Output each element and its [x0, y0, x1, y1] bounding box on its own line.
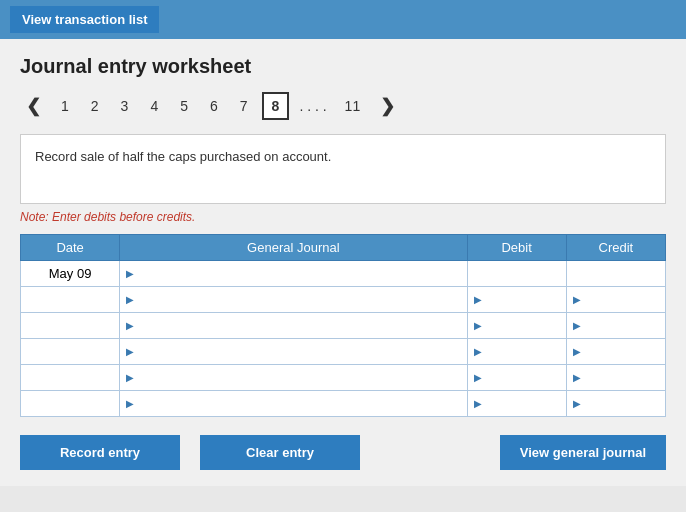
page-11[interactable]: 11: [337, 94, 369, 118]
arrow-icon: ▶: [126, 294, 134, 305]
credit-cell-2[interactable]: ▶: [566, 287, 665, 313]
date-cell-4: [21, 339, 120, 365]
page-1[interactable]: 1: [53, 94, 77, 118]
debit-cell-2[interactable]: ▶: [467, 287, 566, 313]
next-page-button[interactable]: ❯: [374, 93, 401, 119]
arrow-icon: ▶: [474, 294, 482, 305]
journal-input-6[interactable]: [136, 397, 460, 411]
journal-input-2[interactable]: [136, 293, 460, 307]
credit-cell-4[interactable]: ▶: [566, 339, 665, 365]
credit-input-1[interactable]: [573, 267, 659, 281]
journal-cell-4[interactable]: ▶: [120, 339, 467, 365]
col-header-credit: Credit: [566, 235, 665, 261]
table-row: May 09 ▶: [21, 261, 666, 287]
credit-cell-6[interactable]: ▶: [566, 391, 665, 417]
page-4[interactable]: 4: [142, 94, 166, 118]
arrow-icon: ▶: [474, 372, 482, 383]
arrow-icon: ▶: [126, 398, 134, 409]
arrow-icon: ▶: [573, 372, 581, 383]
record-entry-button[interactable]: Record entry: [20, 435, 180, 470]
description-text: Record sale of half the caps purchased o…: [35, 149, 331, 164]
table-row: ▶ ▶ ▶: [21, 339, 666, 365]
table-row: ▶ ▶ ▶: [21, 313, 666, 339]
page-5[interactable]: 5: [172, 94, 196, 118]
top-bar: View transaction list: [0, 0, 686, 39]
arrow-icon: ▶: [126, 320, 134, 331]
credit-cell-3[interactable]: ▶: [566, 313, 665, 339]
main-content: Journal entry worksheet ❮ 1 2 3 4 5 6 7 …: [0, 39, 686, 486]
journal-cell-3[interactable]: ▶: [120, 313, 467, 339]
page-title: Journal entry worksheet: [20, 55, 666, 78]
col-header-journal: General Journal: [120, 235, 467, 261]
arrow-icon: ▶: [474, 320, 482, 331]
journal-table: Date General Journal Debit Credit May 09…: [20, 234, 666, 417]
date-cell-3: [21, 313, 120, 339]
arrow-icon: ▶: [474, 346, 482, 357]
clear-entry-button[interactable]: Clear entry: [200, 435, 360, 470]
journal-input-5[interactable]: [136, 371, 460, 385]
journal-cell-1[interactable]: ▶: [120, 261, 467, 287]
table-row: ▶ ▶ ▶: [21, 287, 666, 313]
page-6[interactable]: 6: [202, 94, 226, 118]
arrow-icon: ▶: [573, 294, 581, 305]
table-row: ▶ ▶ ▶: [21, 365, 666, 391]
journal-cell-2[interactable]: ▶: [120, 287, 467, 313]
page-3[interactable]: 3: [113, 94, 137, 118]
debit-cell-5[interactable]: ▶: [467, 365, 566, 391]
debit-input-1[interactable]: [474, 267, 560, 281]
date-cell-6: [21, 391, 120, 417]
arrow-icon: ▶: [573, 346, 581, 357]
page-8[interactable]: 8: [262, 92, 290, 120]
credit-cell-1[interactable]: [566, 261, 665, 287]
arrow-icon: ▶: [573, 320, 581, 331]
page-7[interactable]: 7: [232, 94, 256, 118]
arrow-icon: ▶: [474, 398, 482, 409]
arrow-icon: ▶: [126, 372, 134, 383]
journal-cell-5[interactable]: ▶: [120, 365, 467, 391]
description-box: Record sale of half the caps purchased o…: [20, 134, 666, 204]
col-header-date: Date: [21, 235, 120, 261]
debit-cell-1[interactable]: [467, 261, 566, 287]
journal-cell-6[interactable]: ▶: [120, 391, 467, 417]
date-cell-5: [21, 365, 120, 391]
view-general-journal-button[interactable]: View general journal: [500, 435, 666, 470]
note-text: Note: Enter debits before credits.: [20, 210, 666, 224]
credit-cell-5[interactable]: ▶: [566, 365, 665, 391]
table-row: ▶ ▶ ▶: [21, 391, 666, 417]
arrow-icon: ▶: [126, 346, 134, 357]
ellipsis: . . . .: [295, 94, 330, 118]
debit-cell-4[interactable]: ▶: [467, 339, 566, 365]
col-header-debit: Debit: [467, 235, 566, 261]
debit-cell-6[interactable]: ▶: [467, 391, 566, 417]
page-2[interactable]: 2: [83, 94, 107, 118]
view-transactions-button[interactable]: View transaction list: [10, 6, 159, 33]
date-cell-1: May 09: [21, 261, 120, 287]
journal-input-1[interactable]: [136, 267, 460, 281]
buttons-row: Record entry Clear entry View general jo…: [20, 435, 666, 470]
arrow-icon: ▶: [126, 268, 134, 279]
debit-cell-3[interactable]: ▶: [467, 313, 566, 339]
arrow-icon: ▶: [573, 398, 581, 409]
date-cell-2: [21, 287, 120, 313]
prev-page-button[interactable]: ❮: [20, 93, 47, 119]
pagination: ❮ 1 2 3 4 5 6 7 8 . . . . 11 ❯: [20, 92, 666, 120]
journal-input-3[interactable]: [136, 319, 460, 333]
journal-input-4[interactable]: [136, 345, 460, 359]
